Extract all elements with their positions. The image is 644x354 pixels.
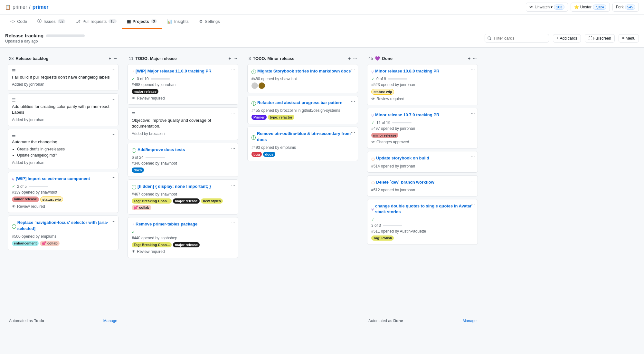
issue-open-icon: ! [251, 101, 256, 106]
card-issue-title[interactable]: Update storybook on build [376, 155, 429, 161]
card-labels: bug docs [251, 152, 354, 157]
card-pr-title[interactable]: [WIP] Major release 11.0.0 tracking PR [136, 68, 212, 74]
col-major-name: TODO: Major release [135, 56, 176, 61]
card-pr-title[interactable]: Minor release 10.8.0 tracking PR [375, 68, 439, 74]
col-minor-title: 3 TODO: Minor release [249, 56, 294, 61]
card-menu-icon[interactable]: ··· [231, 220, 235, 226]
label-major: major release [132, 89, 158, 94]
card-menu-icon[interactable]: ··· [471, 67, 475, 73]
add-cards-button[interactable]: + Add cards [553, 34, 581, 43]
card-issue-title[interactable]: Migrate Storybook stories into markdown … [257, 68, 351, 74]
card-pr-title[interactable]: Minor release 10.7.0 tracking PR [375, 112, 439, 118]
card-labels: enhancement 💕 collab [12, 241, 114, 246]
add-card-icon[interactable]: + [468, 56, 471, 61]
label-collab: 💕 collab [40, 241, 60, 246]
col-major-count: 11 [129, 56, 133, 61]
col-major-title: 11 TODO: Major release [129, 56, 177, 61]
unwatch-button[interactable]: 👁 Unwatch ▾ 203 [526, 3, 568, 12]
card-menu-icon[interactable]: ··· [111, 218, 116, 224]
card-issue-title[interactable]: Add/improve docs tests [137, 147, 185, 153]
add-card-icon[interactable]: + [348, 56, 351, 61]
check-icon: ✓ [12, 184, 15, 189]
col-backlog-actions[interactable]: + ··· [109, 56, 117, 61]
repo-title: 📋 primer / primer [5, 4, 49, 10]
footer-auto-text-done: Automated as Done [368, 319, 403, 323]
card-menu-icon[interactable]: ··· [111, 175, 116, 180]
label-status-wip: status: wip [371, 89, 394, 95]
tab-code[interactable]: <> Code [5, 14, 32, 29]
card-issue-title[interactable]: Replace 'navigation-focus' selector with… [17, 220, 114, 231]
card-menu-icon[interactable]: ··· [471, 178, 475, 184]
issue-open-circle-icon: ⊙ [371, 157, 375, 161]
card-menu-icon[interactable]: ··· [231, 182, 235, 188]
tab-settings[interactable]: ⚙ Settings [194, 14, 225, 29]
tab-insights[interactable]: 📊 Insights [162, 14, 194, 29]
card-issue-title[interactable]: Refactor and abstract progress bar patte… [257, 100, 342, 106]
unstar-button[interactable]: ⭐ Unstar 7,324 [571, 3, 610, 12]
card-added-by: Added by jonrohan [12, 118, 114, 122]
tab-issues[interactable]: ⓘ Issues 52 [32, 14, 71, 29]
separator: / [29, 4, 30, 10]
add-card-icon[interactable]: + [229, 56, 231, 61]
card-pr-title[interactable]: [WIP] Import select-menu component [16, 176, 90, 182]
pr-state-icon: ⑂ [12, 177, 14, 182]
card-menu-icon[interactable]: ··· [111, 132, 116, 138]
tab-projects[interactable]: ▦ Projects 3 [122, 14, 162, 29]
card-menu-icon[interactable]: ··· [351, 67, 355, 73]
add-card-icon[interactable]: + [109, 56, 111, 61]
more-icon[interactable]: ··· [473, 56, 477, 61]
card-menu-icon[interactable]: ··· [231, 110, 235, 116]
col-done-actions[interactable]: + ··· [468, 56, 477, 61]
manage-link-done[interactable]: Manage [463, 319, 477, 323]
card-labels: minor release [371, 133, 474, 138]
card-menu-icon[interactable]: ··· [231, 67, 235, 73]
filter-input[interactable] [485, 34, 549, 43]
card-pr-title[interactable]: change double quotes to single quotes in… [375, 203, 474, 215]
card-menu-icon[interactable]: ··· [471, 202, 475, 208]
more-icon[interactable]: ··· [114, 56, 117, 61]
card-issue-title[interactable]: [hidden] { display: none !important; } [137, 184, 211, 189]
more-icon[interactable]: ··· [233, 56, 237, 61]
card-menu-icon[interactable]: ··· [351, 129, 355, 135]
col-done-footer: Automated as Done Manage [365, 316, 480, 326]
manage-link[interactable]: Manage [103, 319, 117, 323]
fullscreen-button[interactable]: ⛶ Fullscreen [585, 34, 615, 43]
card-issue-title[interactable]: Remove btn-outline-blue & btn-secondary … [257, 131, 354, 142]
pr-state-icon: ⑂ [132, 223, 134, 227]
col-major-actions[interactable]: + ··· [229, 56, 237, 61]
pr-merged-icon: ⑂ [371, 207, 374, 212]
card-progress: ✓ 2 of 5 [12, 184, 114, 189]
card-labels: Tag: Breaking Chan... major release [132, 242, 234, 247]
card-menu-icon[interactable]: ··· [471, 154, 475, 160]
col-minor-name: TODO: Minor release [253, 56, 294, 61]
card-add-utilities: ··· ☰ Add utilities for creating color p… [8, 93, 118, 126]
review-required: 👁 Review required [371, 97, 474, 101]
review-required: 👁 Review required [132, 96, 234, 100]
menu-button[interactable]: ≡ Menu [619, 34, 639, 43]
card-menu-icon[interactable]: ··· [111, 67, 116, 73]
card-bullets: Create drafts in gh-releases Update chan… [12, 146, 114, 158]
card-remove-primer-tables: ··· ⑂ Remove primer-tables package ✓ #44… [128, 217, 238, 258]
label-primer: Primer [251, 115, 267, 120]
org-name[interactable]: primer [13, 4, 27, 10]
label-type-refactor: type: refactor [268, 115, 294, 120]
repo-name[interactable]: primer [33, 4, 49, 10]
top-actions: 👁 Unwatch ▾ 203 ⭐ Unstar 7,324 Fork 545 [526, 3, 639, 12]
mini-bar [388, 78, 407, 80]
card-menu-icon[interactable]: ··· [351, 99, 355, 104]
card-menu-icon[interactable]: ··· [231, 146, 235, 151]
col-backlog-title: 28 Release backlog [9, 56, 48, 61]
card-menu-icon[interactable]: ··· [111, 96, 116, 102]
label-tag-polish: Tag: Polish [371, 235, 394, 241]
card-meta: #498 opened by jonrohan [132, 82, 234, 87]
more-icon[interactable]: ··· [353, 56, 357, 61]
footer-auto-text: Automated as To do [9, 319, 44, 323]
col-done-name: Done [382, 56, 393, 61]
col-minor-actions[interactable]: + ··· [348, 56, 357, 61]
progress-text: 11 of 19 [376, 120, 390, 125]
fork-button[interactable]: Fork 545 [612, 3, 639, 12]
card-issue-title[interactable]: Delete `dev` branch workflow [376, 179, 434, 185]
tab-pull-requests[interactable]: ⎇ Pull requests 13 [71, 14, 121, 29]
card-menu-icon[interactable]: ··· [471, 111, 475, 117]
card-pr-title[interactable]: Remove primer-tables package [136, 221, 197, 227]
